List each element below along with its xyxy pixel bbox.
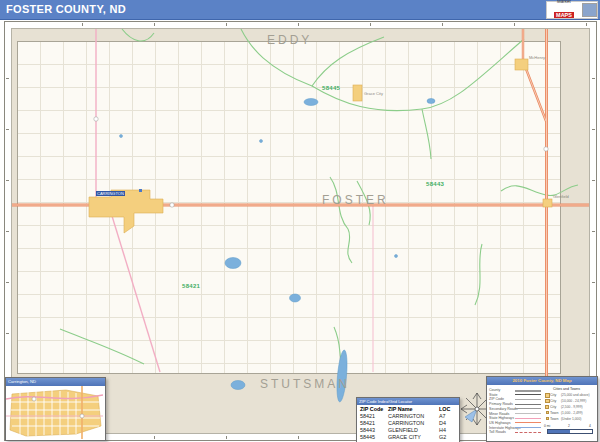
zip-row-1-loc: D4 xyxy=(439,420,446,427)
scale-bar xyxy=(547,429,593,434)
grid-ticks-top xyxy=(11,23,588,26)
legend-line-zip xyxy=(515,399,541,400)
zip-row-2-name: GLENFIELD xyxy=(388,427,418,434)
legend-cities-header: Cities and Towns xyxy=(553,387,580,391)
legend-town-symbol-1 xyxy=(546,411,550,415)
brand-bottom: MAPS xyxy=(554,12,574,18)
legend-town-range-1: (1,000 - 2,499) xyxy=(561,411,583,415)
legend-item-secondary: Secondary Roads xyxy=(489,407,518,411)
scale-mid: 2 xyxy=(568,424,570,428)
legend-town-2: Town xyxy=(550,417,558,421)
zip-label-58421: 58421 xyxy=(182,283,200,289)
county-name-label: FOSTER xyxy=(322,193,389,207)
legend-panel: 2010 Foster County, ND Map County State … xyxy=(486,376,598,442)
legend-item-primary: Primary Roads xyxy=(489,402,513,406)
legend-line-state xyxy=(515,394,541,395)
legend-item-zip: ZIP Code xyxy=(489,397,504,401)
zip-col-header-loc: LOC xyxy=(439,406,450,413)
inset-street-map xyxy=(6,386,103,439)
zip-label-58443: 58443 xyxy=(426,181,444,187)
legend-line-us-hwy xyxy=(515,422,541,423)
legend-item-us-hwy: US Highways xyxy=(489,421,511,425)
zip-index-table: ZIP Code Index/Grid Locator ZIP Code ZIP… xyxy=(356,397,460,442)
legend-city-3: City xyxy=(550,405,556,409)
inset-title: Carrington, ND xyxy=(6,378,105,386)
brand-logo: MarketMAPS xyxy=(546,1,598,19)
grid-ticks-left xyxy=(6,28,9,432)
legend-town-symbol-2 xyxy=(546,417,550,421)
zip-label-58445: 58445 xyxy=(322,85,340,91)
legend-city-2: City xyxy=(550,399,556,403)
zip-row-0-loc: A7 xyxy=(439,413,446,420)
brand-top: Market xyxy=(547,0,581,4)
legend-line-interstate xyxy=(515,427,541,428)
legend-line-secondary xyxy=(515,408,541,409)
scale-end: 4 xyxy=(589,424,591,428)
zip-col-header-name: ZIP Name xyxy=(388,406,412,413)
legend-line-toll xyxy=(515,432,541,433)
city-inset-panel: Carrington, ND xyxy=(5,377,106,441)
zip-row-3-code: 58445 xyxy=(360,434,375,441)
legend-line-state-hwy xyxy=(515,418,541,419)
neighbor-county-label-top: EDDY xyxy=(267,33,312,47)
brand-logo-text: MarketMAPS xyxy=(547,0,581,20)
zip-row-3-loc: G2 xyxy=(439,434,446,441)
legend-city-1: City xyxy=(550,393,556,397)
brand-logo-mark xyxy=(582,3,597,17)
legend-city-range-3: (2,500 - 9,999) xyxy=(561,405,583,409)
grid-ticks-right xyxy=(592,28,595,432)
title-bar: FOSTER COUNTY, ND MarketMAPS xyxy=(0,0,600,20)
map-artwork xyxy=(12,29,589,433)
lakes xyxy=(120,99,436,403)
legend-city-range-1: (25,000 and above) xyxy=(561,393,590,397)
legend-item-state: State xyxy=(489,393,497,397)
zip-row-1-name: CARRINGTON xyxy=(388,420,424,427)
zip-row-1-code: 58421 xyxy=(360,420,375,427)
neighbor-county-label-bottom: STUTSMAN xyxy=(260,377,350,391)
zip-row-2-loc: H4 xyxy=(439,427,446,434)
scale-start: 0 mi xyxy=(544,424,550,428)
zip-row-0-name: CARRINGTON xyxy=(388,413,424,420)
highway-shield-icons xyxy=(94,117,548,207)
legend-item-state-hwy: State Highways xyxy=(489,416,514,420)
legend-item-county: County xyxy=(489,388,500,392)
legend-line-county xyxy=(515,390,541,392)
legend-line-minor xyxy=(515,413,541,414)
zip-row-0-code: 58421 xyxy=(360,413,375,420)
map-page: FOSTER COUNTY, ND MarketMAPS xyxy=(0,0,600,442)
primary-highway-lines xyxy=(12,29,589,433)
glenfield-label: Glenfield xyxy=(553,194,569,199)
legend-city-range-2: (10,000 - 24,999) xyxy=(561,399,586,403)
zip-row-3-name: GRACE CITY xyxy=(388,434,421,441)
legend-town-1: Town xyxy=(550,411,558,415)
zip-table-title: ZIP Code Index/Grid Locator xyxy=(357,398,459,405)
mchenry-label: McHenry xyxy=(529,55,545,60)
map-canvas: EDDY FOSTER STUTSMAN 58445 58443 58421 C… xyxy=(11,28,590,434)
legend-title: 2010 Foster County, ND Map xyxy=(487,377,597,385)
legend-item-toll: Toll Roads xyxy=(489,430,506,434)
carrington-label: CARRINGTON xyxy=(96,191,125,196)
legend-city-symbol-3 xyxy=(545,405,549,409)
page-title: FOSTER COUNTY, ND xyxy=(6,3,126,15)
legend-item-minor: Minor Roads xyxy=(489,412,509,416)
city-areas xyxy=(89,59,552,233)
legend-line-primary xyxy=(515,404,541,405)
grace-city-label: Grace City xyxy=(364,91,383,96)
zip-col-header-code: ZIP Code xyxy=(360,406,383,413)
zip-row-2-code: 58443 xyxy=(360,427,375,434)
legend-town-range-2: (Under 1,000) xyxy=(561,417,581,421)
carrington-marker xyxy=(139,189,142,192)
legend-city-symbol-2 xyxy=(545,399,550,404)
